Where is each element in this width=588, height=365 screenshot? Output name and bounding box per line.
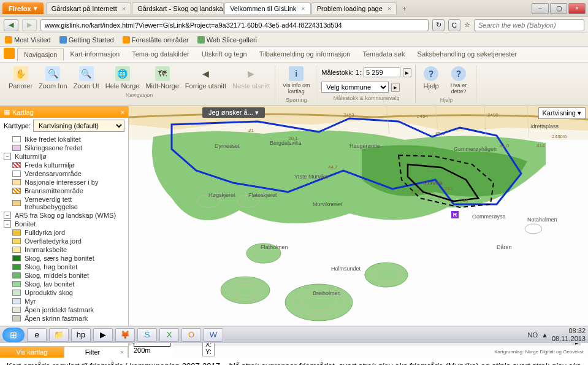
- legend-item[interactable]: Åpen jorddekt fastmark: [12, 305, 124, 314]
- minimize-button[interactable]: –: [532, 3, 549, 14]
- map-number-label: 2490: [487, 112, 498, 118]
- legend-item[interactable]: Sikringssone fredet: [12, 144, 124, 152]
- legend-item[interactable]: Freda kulturmiljø: [12, 161, 124, 169]
- checkbox[interactable]: −: [4, 153, 11, 160]
- legend-item[interactable]: Ikke fredet lokalitet: [12, 135, 124, 144]
- legend-item[interactable]: Skog, middels bonitet: [12, 271, 124, 280]
- karttype-select[interactable]: Kartvisning (default): [33, 120, 124, 132]
- legend-label: Uproduktiv skog: [25, 289, 73, 296]
- stop-button[interactable]: C: [448, 19, 460, 31]
- forward-button[interactable]: ▶: [22, 19, 37, 31]
- taskbar-media-icon[interactable]: ▶: [93, 328, 113, 342]
- legend-item[interactable]: Overflatedyrka jord: [12, 237, 124, 245]
- start-button[interactable]: ⊞: [2, 328, 25, 342]
- kommune-apply-button[interactable]: ▸: [391, 83, 400, 92]
- taskbar-outlook-icon[interactable]: O: [181, 328, 201, 342]
- checkbox[interactable]: −: [4, 220, 11, 228]
- bookmark-item[interactable]: Web Slice-galleri: [197, 36, 257, 44]
- search-engine-icon[interactable]: ☆: [464, 21, 470, 29]
- menu-tab[interactable]: Utskrift og tegn: [196, 48, 253, 61]
- tray-lang[interactable]: NO: [528, 331, 538, 339]
- browser-tab[interactable]: Velkommen til GisLink×: [224, 2, 311, 14]
- close-icon[interactable]: ×: [301, 5, 305, 12]
- reload-button[interactable]: ↻: [432, 19, 445, 31]
- forrige-utsnitt-button[interactable]: ◀Forrige utsnitt: [183, 65, 229, 91]
- scale-apply-button[interactable]: ▸: [403, 68, 411, 77]
- menubar: Navigasjon Kart-informasjon Tema-og data…: [0, 47, 588, 63]
- taskbar-explorer-icon[interactable]: 📁: [49, 328, 69, 342]
- kommune-select[interactable]: Velg kommune: [321, 82, 389, 93]
- legend-swatch: [12, 238, 21, 244]
- window-close-button[interactable]: ×: [568, 3, 586, 14]
- panorer-button[interactable]: ✋Panorer: [6, 65, 35, 91]
- legend-label: Verneverdig tett trehusbebyggelse: [25, 196, 124, 210]
- chevron-down-icon: ▾: [34, 4, 37, 12]
- sidebar-tab-vis[interactable]: Vis kartlag: [0, 347, 64, 358]
- legend-item[interactable]: Skog, lav bonitet: [12, 280, 124, 288]
- legend-item[interactable]: Verneverdig tett trehusbebyggelse: [12, 195, 124, 211]
- windows-taskbar: ⊞ e 📁 hp ▶ 🦊 S X O W NO ▲ 08:32 08.11.20…: [0, 326, 588, 343]
- map-marker[interactable]: R: [451, 210, 459, 219]
- scale-input[interactable]: [364, 67, 400, 77]
- taskbar-firefox-icon[interactable]: 🦊: [115, 328, 135, 342]
- url-input[interactable]: [40, 19, 429, 31]
- taskbar-ie-icon[interactable]: e: [27, 328, 47, 342]
- menu-tab[interactable]: Kart-informasjon: [64, 48, 126, 61]
- legend-item[interactable]: Myr: [12, 297, 124, 305]
- maximize-button[interactable]: ▢: [550, 3, 567, 14]
- map-viewport[interactable]: Jeg ønsker å... ▾ Kartvisning ▾ R Hauger…: [129, 106, 588, 358]
- legend-item[interactable]: Åpen skrinn fastmark: [12, 314, 124, 323]
- hele-norge-button[interactable]: 🌐Hele Norge: [103, 65, 142, 91]
- legend-item[interactable]: Uproduktiv skog: [12, 288, 124, 297]
- browser-tab[interactable]: Problem loading page×: [311, 2, 397, 14]
- kartvisning-select[interactable]: Kartvisning ▾: [538, 107, 586, 119]
- menu-tab[interactable]: Tema-og datakilder: [126, 48, 196, 61]
- legend-item[interactable]: Skog, særs høg bonitet: [12, 254, 124, 263]
- close-icon[interactable]: ×: [121, 109, 124, 116]
- legend-item[interactable]: −Bonitet: [4, 220, 124, 228]
- close-icon[interactable]: ×: [388, 5, 391, 12]
- svg-point-12: [525, 224, 542, 234]
- legend-item[interactable]: Verdensarvområde: [12, 169, 124, 178]
- app-logo-icon[interactable]: [4, 48, 15, 59]
- jeg-onsker-button[interactable]: Jeg ønsker å... ▾: [202, 107, 265, 118]
- legend-item[interactable]: Nasjonale interesser i by: [12, 178, 124, 186]
- menu-tab[interactable]: Tilbakemelding og informasjon: [253, 48, 357, 61]
- legend-item[interactable]: Brannsmitteområde: [12, 186, 124, 195]
- back-button[interactable]: ◀: [4, 19, 18, 31]
- legend-swatch: [12, 264, 21, 270]
- tray-time: 08:32: [552, 327, 586, 334]
- taskbar-word-icon[interactable]: W: [204, 328, 223, 342]
- menu-tab[interactable]: Saksbehandling og søketjenester: [411, 48, 524, 61]
- checkbox[interactable]: −: [4, 212, 11, 219]
- bookmark-item[interactable]: Foreslåtte områder: [123, 36, 189, 44]
- zoom-out-button[interactable]: 🔍Zoom Ut: [71, 65, 102, 91]
- legend-item[interactable]: −Kulturmiljø: [4, 152, 124, 161]
- system-tray[interactable]: NO ▲ 08:32 08.11.2013: [528, 327, 586, 342]
- hjelp-button[interactable]: ?Hjelp: [419, 65, 443, 96]
- vis-info-button[interactable]: iVis info om kartlag: [279, 65, 313, 96]
- search-input[interactable]: [474, 19, 584, 31]
- bookmark-item[interactable]: Getting Started: [59, 36, 114, 44]
- legend-item[interactable]: Fulldyrka jord: [12, 228, 124, 237]
- menu-tab-navigasjon[interactable]: Navigasjon: [17, 48, 64, 61]
- new-tab-button[interactable]: +: [397, 3, 411, 14]
- close-icon[interactable]: ×: [120, 348, 124, 356]
- browser-tab[interactable]: Gårdskart - Skog og landskap×: [132, 2, 224, 14]
- taskbar-excel-icon[interactable]: X: [159, 328, 179, 342]
- zoom-in-button[interactable]: 🔍Zoom Inn: [36, 65, 69, 91]
- taskbar-skype-icon[interactable]: S: [137, 328, 157, 342]
- firefox-menu-button[interactable]: Firefox▾: [2, 2, 44, 14]
- close-icon[interactable]: ×: [122, 5, 126, 12]
- legend-item[interactable]: Innmarksbeite: [12, 245, 124, 254]
- bookmark-item[interactable]: Most Visited: [5, 36, 51, 44]
- hva-er-dette-button[interactable]: ?Hva er dette?: [444, 65, 473, 96]
- midt-norge-button[interactable]: 🗺Midt-Norge: [143, 65, 181, 91]
- sidebar-tab-filter[interactable]: Filter×: [64, 347, 129, 358]
- legend-item[interactable]: Skog, høg bonitet: [12, 263, 124, 271]
- taskbar-hp-icon[interactable]: hp: [71, 328, 91, 342]
- legend-item[interactable]: −AR5 fra Skog og landskap (WMS): [4, 211, 124, 220]
- menu-tab[interactable]: Temadata søk: [356, 48, 411, 61]
- browser-tab[interactable]: Gårdskart på Internett×: [46, 2, 131, 14]
- tray-flag-icon[interactable]: ▲: [541, 331, 548, 339]
